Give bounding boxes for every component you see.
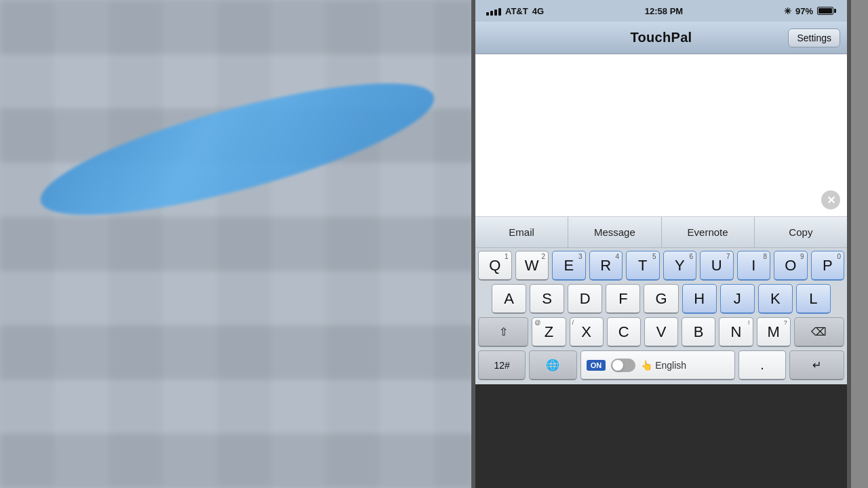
signal-bar-3 <box>494 9 497 16</box>
key-i[interactable]: 8I <box>737 251 771 281</box>
on-toggle-space[interactable]: ON 👆 English <box>580 350 735 380</box>
key-row-3: ⇧ @Z /X C V B !N ?M ⌫ <box>475 317 847 347</box>
status-right: ✳ 97% <box>784 6 836 16</box>
key-u[interactable]: 7U <box>700 251 734 281</box>
email-button[interactable]: Email <box>475 217 568 247</box>
key-w[interactable]: 2W <box>515 251 549 281</box>
key-t[interactable]: 5T <box>626 251 660 281</box>
network-label: 4G <box>532 6 544 16</box>
battery-icon <box>817 7 836 15</box>
phone-frame: AT&T 4G 12:58 PM ✳ 97% TouchPal Settings… <box>471 0 851 488</box>
key-d[interactable]: D <box>568 284 602 314</box>
time-label: 12:58 PM <box>645 6 683 16</box>
enter-icon: ↵ <box>812 359 821 371</box>
status-bar: AT&T 4G 12:58 PM ✳ 97% <box>475 0 847 22</box>
key-m[interactable]: ?M <box>757 317 791 347</box>
on-badge: ON <box>587 360 606 371</box>
bluetooth-icon: ✳ <box>784 6 791 16</box>
key-j[interactable]: J <box>720 284 755 314</box>
action-bar: Email Message Evernote Copy <box>475 217 847 248</box>
key-x[interactable]: /X <box>570 317 604 347</box>
num-symbol-key[interactable]: 12# <box>478 350 526 380</box>
key-c[interactable]: C <box>607 317 641 347</box>
globe-key[interactable]: 🌐 <box>529 350 576 380</box>
globe-icon: 🌐 <box>546 359 559 371</box>
background-blur <box>0 0 475 488</box>
clear-button[interactable]: ✕ <box>821 190 840 209</box>
battery-body <box>817 7 833 15</box>
bottom-row: 12# 🌐 ON 👆 English . ↵ <box>475 350 847 383</box>
app-header: TouchPal Settings <box>475 22 847 54</box>
key-z[interactable]: @Z <box>532 317 566 347</box>
key-n[interactable]: !N <box>719 317 753 347</box>
settings-button[interactable]: Settings <box>788 28 840 47</box>
key-y[interactable]: 6Y <box>663 251 697 281</box>
shift-icon: ⇧ <box>499 325 508 338</box>
battery-tip <box>834 9 836 13</box>
key-h[interactable]: H <box>682 284 717 314</box>
key-row-2: A S D F G H J K L <box>475 284 847 314</box>
signal-bar-1 <box>486 12 489 16</box>
signal-bars <box>486 6 501 16</box>
key-g[interactable]: G <box>644 284 678 314</box>
signal-bar-2 <box>490 11 493 16</box>
key-k[interactable]: K <box>758 284 793 314</box>
key-e[interactable]: 3E <box>552 251 586 281</box>
touchpal-swipe-icon: 👆 <box>641 360 652 371</box>
background-grid <box>0 0 475 488</box>
copy-button[interactable]: Copy <box>755 217 847 247</box>
clear-icon: ✕ <box>827 194 835 207</box>
evernote-button[interactable]: Evernote <box>662 217 755 247</box>
signal-bar-4 <box>498 8 501 16</box>
key-v[interactable]: V <box>644 317 678 347</box>
backspace-key[interactable]: ⌫ <box>794 317 844 347</box>
status-left: AT&T 4G <box>486 6 544 16</box>
battery-fill <box>818 8 832 14</box>
key-r[interactable]: 4R <box>589 251 623 281</box>
text-area-container: ✕ <box>475 54 847 217</box>
battery-percent: 97% <box>795 6 813 16</box>
key-a[interactable]: A <box>492 284 526 314</box>
key-s[interactable]: S <box>530 284 564 314</box>
toggle-thumb <box>612 360 623 371</box>
keyboard: 1Q 2W 3E 4R 5T 6Y 7U 8I 9O 0P A S D F G … <box>475 248 847 384</box>
message-button[interactable]: Message <box>568 217 661 247</box>
carrier-label: AT&T <box>505 6 528 16</box>
english-language-label: English <box>655 360 686 371</box>
english-label-area: 👆 English <box>641 360 686 371</box>
main-text-input[interactable] <box>475 54 847 216</box>
period-key[interactable]: . <box>738 350 786 380</box>
enter-key[interactable]: ↵ <box>789 350 844 380</box>
key-o[interactable]: 9O <box>774 251 808 281</box>
key-row-1: 1Q 2W 3E 4R 5T 6Y 7U 8I 9O 0P <box>475 251 847 281</box>
shift-key[interactable]: ⇧ <box>478 317 528 347</box>
app-title: TouchPal <box>631 30 692 45</box>
toggle-track <box>611 359 635 372</box>
backspace-icon: ⌫ <box>811 325 827 338</box>
key-q[interactable]: 1Q <box>478 251 512 281</box>
key-l[interactable]: L <box>796 284 831 314</box>
key-p[interactable]: 0P <box>811 251 845 281</box>
key-b[interactable]: B <box>682 317 715 347</box>
key-f[interactable]: F <box>606 284 640 314</box>
